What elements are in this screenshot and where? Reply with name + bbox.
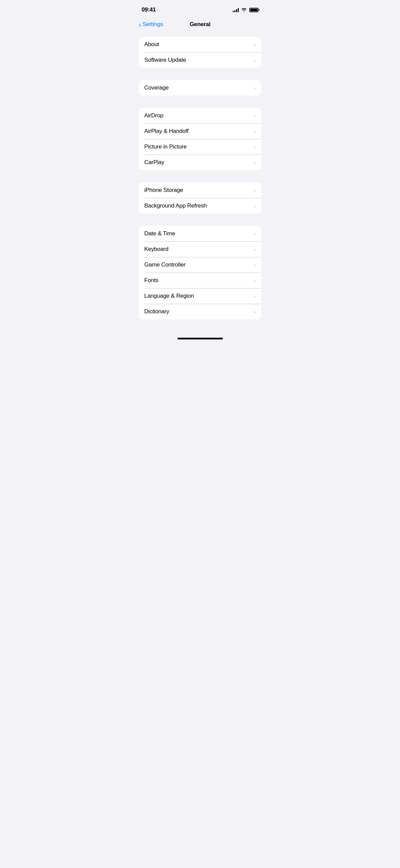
signal-icon xyxy=(233,7,239,12)
fonts-row[interactable]: Fonts › xyxy=(139,273,261,288)
about-row[interactable]: About › xyxy=(139,37,261,52)
carplay-row[interactable]: CarPlay › xyxy=(139,155,261,170)
software-update-label: Software Update xyxy=(144,57,186,63)
coverage-label: Coverage xyxy=(144,84,169,91)
game-controller-chevron-icon: › xyxy=(254,262,256,268)
iphone-storage-label: iPhone Storage xyxy=(144,187,183,194)
dictionary-row[interactable]: Dictionary › xyxy=(139,304,261,319)
software-update-chevron-icon: › xyxy=(254,58,256,63)
settings-group-1: About › Software Update › xyxy=(139,37,261,68)
home-bar xyxy=(177,338,223,339)
background-app-refresh-label: Background App Refresh xyxy=(144,202,207,209)
dictionary-chevron-icon: › xyxy=(254,309,256,314)
back-button[interactable]: ‹ Settings xyxy=(139,21,163,28)
iphone-storage-chevron-icon: › xyxy=(254,188,256,193)
carplay-label: CarPlay xyxy=(144,159,164,166)
iphone-storage-row[interactable]: iPhone Storage › xyxy=(139,182,261,198)
background-app-refresh-row[interactable]: Background App Refresh › xyxy=(139,198,261,214)
status-time: 09:41 xyxy=(142,6,156,13)
wifi-icon xyxy=(241,8,247,12)
game-controller-label: Game Controller xyxy=(144,261,186,268)
airplay-handoff-row[interactable]: AirPlay & Handoff › xyxy=(139,123,261,139)
date-time-label: Date & Time xyxy=(144,230,175,237)
language-region-label: Language & Region xyxy=(144,293,194,299)
back-chevron-icon: ‹ xyxy=(139,21,141,28)
fonts-label: Fonts xyxy=(144,277,159,284)
airdrop-row[interactable]: AirDrop › xyxy=(139,108,261,123)
settings-group-4: iPhone Storage › Background App Refresh … xyxy=(139,182,261,214)
coverage-chevron-icon: › xyxy=(254,85,256,91)
status-icons xyxy=(233,7,258,12)
background-app-refresh-chevron-icon: › xyxy=(254,203,256,209)
about-label: About xyxy=(144,41,159,48)
settings-group-3: AirDrop › AirPlay & Handoff › Picture in… xyxy=(139,108,261,170)
software-update-row[interactable]: Software Update › xyxy=(139,52,261,68)
airplay-handoff-label: AirPlay & Handoff xyxy=(144,128,188,135)
carplay-chevron-icon: › xyxy=(254,160,256,165)
settings-group-5: Date & Time › Keyboard › Game Controller… xyxy=(139,226,261,319)
airplay-handoff-chevron-icon: › xyxy=(254,129,256,134)
about-chevron-icon: › xyxy=(254,42,256,47)
picture-in-picture-chevron-icon: › xyxy=(254,144,256,150)
nav-header: ‹ Settings General xyxy=(133,18,267,33)
settings-group-2: Coverage › xyxy=(139,80,261,96)
page-title: General xyxy=(190,21,210,28)
airdrop-label: AirDrop xyxy=(144,112,163,119)
battery-icon xyxy=(249,8,258,12)
keyboard-row[interactable]: Keyboard › xyxy=(139,241,261,257)
status-bar: 09:41 xyxy=(133,0,267,18)
coverage-row[interactable]: Coverage › xyxy=(139,80,261,96)
picture-in-picture-row[interactable]: Picture in Picture › xyxy=(139,139,261,155)
keyboard-label: Keyboard xyxy=(144,246,168,253)
keyboard-chevron-icon: › xyxy=(254,247,256,252)
home-indicator xyxy=(133,335,267,342)
dictionary-label: Dictionary xyxy=(144,308,169,315)
settings-content: About › Software Update › Coverage › Air… xyxy=(133,33,267,335)
back-label: Settings xyxy=(143,21,163,28)
game-controller-row[interactable]: Game Controller › xyxy=(139,257,261,273)
date-time-row[interactable]: Date & Time › xyxy=(139,226,261,241)
language-region-chevron-icon: › xyxy=(254,294,256,299)
fonts-chevron-icon: › xyxy=(254,278,256,283)
date-time-chevron-icon: › xyxy=(254,231,256,236)
picture-in-picture-label: Picture in Picture xyxy=(144,143,187,150)
airdrop-chevron-icon: › xyxy=(254,113,256,118)
language-region-row[interactable]: Language & Region › xyxy=(139,288,261,304)
